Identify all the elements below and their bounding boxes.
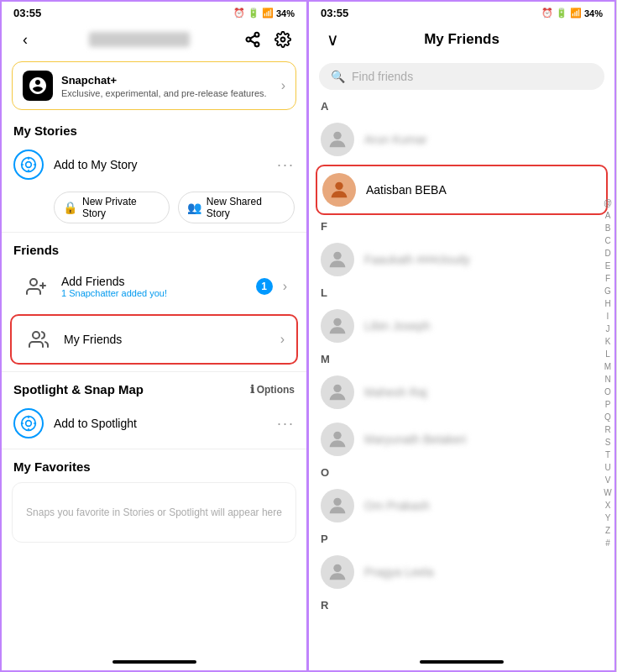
alpha-h[interactable]: H [603, 298, 613, 310]
status-icons-left: ⏰ 🔋 📶 34% [233, 8, 295, 18]
alarm-icon: ⏰ [233, 8, 245, 18]
new-shared-story-btn[interactable]: 👥 New Shared Story [178, 192, 295, 223]
svg-point-24 [333, 252, 341, 260]
right-screen: 03:55 ⏰ 🔋 📶 34% ∨ My Friends 🔍 Find frie… [308, 0, 616, 672]
alpha-s[interactable]: S [603, 437, 613, 449]
alphabet-sidebar: @ A B C D E F G H I J K L M N O P Q R S … [603, 197, 613, 549]
options-button[interactable]: ℹ Options [250, 383, 295, 396]
alpha-m[interactable]: M [603, 361, 613, 373]
friend-name-maryunath: Maryunath Betakeri [364, 433, 466, 446]
back-button[interactable]: ‹ [13, 28, 37, 51]
alpha-label-l: L [309, 283, 614, 302]
story-camera-icon [13, 150, 44, 180]
alpha-w[interactable]: W [603, 487, 613, 499]
signal-icon: 📶 [262, 8, 274, 18]
alpha-at[interactable]: @ [603, 197, 613, 209]
spotlight-more-icon[interactable]: ··· [277, 415, 295, 433]
alpha-label-r: R [309, 596, 614, 615]
friend-name-arun: Arun Kumar [364, 133, 427, 146]
alpha-f[interactable]: F [603, 273, 613, 285]
alpha-k[interactable]: K [603, 336, 613, 348]
alpha-n[interactable]: N [603, 374, 613, 386]
my-friends-chevron-icon: › [280, 332, 285, 347]
alpha-y[interactable]: Y [603, 512, 613, 524]
friend-aatisban[interactable]: Aatisban BEBA [316, 165, 608, 215]
svg-point-27 [333, 432, 341, 439]
alpha-p[interactable]: P [603, 399, 613, 411]
friend-name-faaukath: Faaukath ###cloudy [364, 253, 470, 266]
alpha-d[interactable]: D [603, 248, 613, 260]
my-friends-item[interactable]: My Friends › [10, 314, 298, 365]
alpha-v[interactable]: V [603, 475, 613, 486]
friend-avatar-mahesh [321, 375, 354, 409]
friend-avatar-aatisban [322, 173, 356, 207]
add-to-spotlight-item[interactable]: Add to Spotlight ··· [2, 400, 306, 447]
friend-mahesh[interactable]: Mahesh Raj [309, 369, 614, 416]
alpha-label-m: M [309, 349, 614, 369]
battery-percent-left: 34% [276, 8, 295, 18]
search-bar[interactable]: 🔍 Find friends [319, 63, 604, 90]
friend-libin[interactable]: Libin Joseph [309, 302, 614, 349]
alpha-t[interactable]: T [603, 449, 613, 461]
alpha-g[interactable]: G [603, 286, 613, 297]
time-right: 03:55 [321, 7, 348, 19]
add-to-spotlight-label: Add to Spotlight [54, 417, 267, 430]
back-down-button[interactable]: ∨ [321, 28, 344, 51]
friend-pragya[interactable]: Pragya Leela [309, 549, 614, 596]
alpha-u[interactable]: U [603, 462, 613, 474]
alpha-a[interactable]: A [603, 210, 613, 222]
snapchat-plus-banner[interactable]: Snapchat+ Exclusive, experimental, and p… [12, 61, 296, 110]
alpha-x[interactable]: X [603, 500, 613, 512]
battery-icon-r: 🔋 [556, 8, 567, 18]
new-private-story-btn[interactable]: 🔒 New Private Story [54, 192, 170, 223]
alpha-i[interactable]: I [603, 311, 613, 323]
friends-header: Friends [2, 234, 306, 260]
svg-point-12 [30, 279, 37, 286]
search-placeholder: Find friends [352, 70, 413, 83]
alpha-hash[interactable]: # [603, 538, 613, 549]
alpha-b[interactable]: B [603, 223, 613, 234]
add-friends-item[interactable]: Add Friends 1 Snapchatter added you! 1 › [8, 262, 300, 311]
svg-point-22 [333, 132, 341, 139]
favorites-empty-box: Snaps you favorite in Stories or Spotlig… [12, 482, 296, 543]
add-to-my-story-item[interactable]: Add to My Story ··· [2, 141, 306, 188]
svg-point-28 [333, 498, 341, 506]
sc-plus-subtitle: Exclusive, experimental, and pre-release… [61, 88, 273, 98]
my-friends-icon [24, 324, 54, 354]
alpha-r[interactable]: R [603, 424, 613, 436]
settings-button[interactable] [271, 28, 295, 51]
add-to-my-story-label: Add to My Story [54, 158, 267, 171]
friend-om[interactable]: Om Prakash [309, 482, 614, 529]
alpha-label-a: A [309, 97, 614, 116]
alpha-e[interactable]: E [603, 260, 613, 272]
favorites-header: My Favorites [2, 451, 306, 477]
friend-name-mahesh: Mahesh Raj [364, 386, 427, 399]
alpha-label-p: P [309, 529, 614, 549]
friend-maryunath[interactable]: Maryunath Betakeri [309, 416, 614, 463]
alpha-label-f: F [309, 217, 614, 236]
alpha-o[interactable]: O [603, 386, 613, 398]
alpha-q[interactable]: Q [603, 412, 613, 423]
signal-icon-r: 📶 [570, 8, 582, 18]
search-bar-container: 🔍 Find friends [309, 56, 614, 97]
alpha-c[interactable]: C [603, 235, 613, 247]
alpha-z[interactable]: Z [603, 525, 613, 537]
sc-plus-text: Snapchat+ Exclusive, experimental, and p… [61, 74, 273, 98]
friend-name-om: Om Prakash [364, 499, 430, 512]
svg-line-4 [250, 35, 255, 38]
story-more-icon[interactable]: ··· [277, 156, 295, 174]
favorites-empty-text: Snaps you favorite in Stories or Spotlig… [26, 507, 282, 518]
friend-faaukath[interactable]: Faaukath ###cloudy [309, 236, 614, 283]
shared-icon: 👥 [187, 201, 201, 214]
share-button[interactable] [241, 28, 264, 51]
battery-icon: 🔋 [248, 8, 259, 18]
friends-page-title: My Friends [309, 31, 614, 48]
svg-line-3 [250, 40, 255, 43]
friend-arun-kumar[interactable]: Arun Kumar [309, 116, 614, 163]
alpha-l[interactable]: L [603, 349, 613, 360]
add-friends-chevron-icon: › [283, 279, 287, 294]
alpha-j[interactable]: J [603, 323, 613, 335]
new-shared-story-label: New Shared Story [207, 196, 285, 219]
friend-name-libin: Libin Joseph [364, 319, 431, 333]
friend-name-aatisban: Aatisban BEBA [366, 183, 447, 197]
